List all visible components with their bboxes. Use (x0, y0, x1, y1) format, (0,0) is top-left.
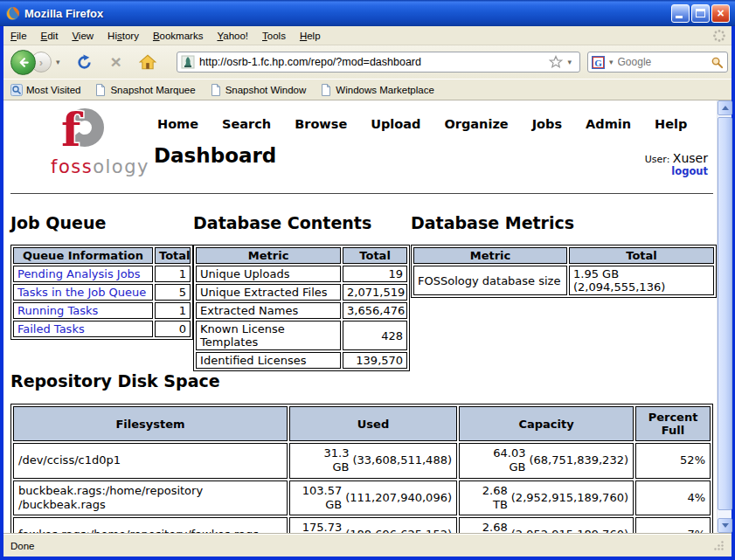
disk-space-table: Filesystem Used Capacity Percent Full /d… (10, 404, 713, 533)
search-engine-icon[interactable]: G (592, 56, 605, 69)
nav-search[interactable]: Search (222, 117, 271, 131)
menu-edit[interactable]: Edit (34, 28, 66, 44)
bookmark-windows-marketplace[interactable]: Windows Marketplace (313, 82, 440, 98)
column-header: Total (569, 247, 714, 264)
menu-view[interactable]: View (65, 28, 101, 44)
disk-space-heading: Repository Disk Space (10, 371, 717, 391)
nav-upload[interactable]: Upload (371, 117, 420, 131)
page-title: Dashboard (154, 144, 276, 167)
window-title: Mozilla Firefox (24, 7, 671, 20)
back-button[interactable] (10, 50, 36, 75)
page-icon (94, 84, 107, 96)
status-bar: Done (3, 534, 732, 557)
nav-organize[interactable]: Organize (444, 117, 508, 131)
tasks-in-job-queue-link[interactable]: Tasks in the Job Queue (13, 284, 153, 301)
scroll-up-button[interactable] (718, 100, 732, 115)
firefox-logo-icon (5, 6, 20, 21)
table-row: Identified Licenses139,570 (196, 352, 407, 369)
database-contents-heading: Database Contents (193, 213, 411, 232)
reload-button[interactable] (73, 51, 96, 73)
table-row: Running Tasks1 (13, 302, 191, 319)
scroll-down-button[interactable] (718, 518, 732, 533)
table-row: Unique Uploads19 (196, 266, 407, 282)
nav-home[interactable]: Home (157, 117, 198, 131)
table-row: Unique Extracted Files2,071,519 (196, 284, 407, 301)
bookmark-snapshot-window[interactable]: Snapshot Window (203, 82, 314, 98)
site-favicon (181, 55, 195, 69)
table-row: buckbeak.rags:/home/repository/buckbeak.… (13, 480, 711, 516)
menu-file[interactable]: File (3, 28, 34, 44)
search-bar: G ▾ (587, 52, 728, 73)
running-tasks-link[interactable]: Running Tasks (13, 302, 153, 319)
capacity-cell: 2.68 TB(2,952,915,189,760) (459, 517, 634, 533)
logout-link[interactable]: logout (645, 165, 708, 177)
throbber-icon (712, 29, 726, 43)
url-dropdown[interactable]: ▾ (563, 58, 576, 66)
percent-cell: 52% (635, 443, 711, 479)
status-text: Done (10, 541, 35, 551)
close-button[interactable]: × (711, 4, 730, 23)
column-header: Total (343, 247, 407, 264)
scrollbar-thumb[interactable] (718, 117, 732, 510)
job-queue-table: Queue InformationTotal Pending Analysis … (10, 245, 193, 340)
search-engine-dropdown[interactable]: ▾ (605, 58, 618, 66)
bookmark-star-icon[interactable] (549, 55, 563, 69)
table-row: FOSSology database size1.95 GB (2,094,55… (413, 266, 714, 295)
menu-bookmarks[interactable]: Bookmarks (146, 28, 211, 44)
navigation-toolbar: › ▾ × ▾ G ▾ (3, 45, 732, 79)
bookmarks-toolbar: Most Visited Snapshot Marquee Snapshot W… (3, 79, 732, 100)
table-row: Failed Tasks0 (13, 321, 191, 337)
table-row: Known License Templates428 (196, 321, 407, 350)
vertical-scrollbar[interactable] (717, 100, 732, 533)
table-row: Tasks in the Job Queue5 (13, 284, 191, 301)
svg-text:f: f (61, 107, 84, 156)
column-header: Metric (413, 247, 567, 264)
column-header: Filesystem (13, 406, 288, 441)
filesystem-cell: buckbeak.rags:/home/repository/buckbeak.… (13, 480, 288, 516)
bookmark-most-visited[interactable]: Most Visited (3, 82, 87, 98)
site-header: f fossology Home Search Browse Upload Or… (10, 107, 717, 190)
menu-history[interactable]: History (101, 28, 146, 44)
maximize-button[interactable] (691, 4, 710, 23)
page-icon (320, 84, 332, 96)
used-cell: 175.73 GB(188,696,625,152) (289, 517, 457, 533)
menu-bar: File Edit View History Bookmarks Yahoo! … (3, 26, 732, 45)
fossology-logo-text: fossology (51, 156, 149, 177)
home-button[interactable] (136, 51, 159, 73)
capacity-cell: 64.03 GB(68,751,839,232) (459, 443, 634, 479)
nav-jobs[interactable]: Jobs (532, 117, 562, 131)
resize-grip[interactable] (713, 540, 725, 551)
column-header: Capacity (459, 406, 634, 441)
page-content: f fossology Home Search Browse Upload Or… (3, 100, 717, 533)
failed-tasks-link[interactable]: Failed Tasks (13, 321, 153, 337)
used-cell: 31.3 GB(33,608,511,488) (289, 443, 457, 479)
table-row: Pending Analysis Jobs1 (13, 266, 191, 282)
fossology-logo-icon: f (51, 107, 107, 156)
menu-help[interactable]: Help (293, 28, 328, 44)
site-nav: Home Search Browse Upload Organize Jobs … (157, 117, 687, 131)
search-magnifier-icon[interactable] (711, 56, 724, 69)
nav-help[interactable]: Help (655, 117, 687, 131)
back-forward-dropdown[interactable]: ▾ (52, 58, 65, 66)
table-row: /dev/cciss/c1d0p1 31.3 GB(33,608,511,488… (13, 443, 711, 479)
database-contents-table: MetricTotal Unique Uploads19 Unique Extr… (193, 245, 410, 371)
nav-admin[interactable]: Admin (586, 117, 631, 131)
page-icon (210, 84, 222, 96)
database-metrics-table: MetricTotal FOSSology database size1.95 … (411, 245, 717, 298)
job-queue-heading: Job Queue (10, 213, 193, 232)
user-info: User: Xuser (645, 151, 708, 165)
search-input[interactable] (618, 56, 711, 68)
capacity-cell: 2.68 TB(2,952,915,189,760) (459, 480, 634, 516)
nav-browse[interactable]: Browse (295, 117, 347, 131)
filesystem-cell: fawkes.rags:/home/repository/fawkes.rags (13, 517, 288, 533)
percent-cell: 7% (635, 517, 711, 533)
menu-tools[interactable]: Tools (255, 28, 293, 44)
menu-yahoo[interactable]: Yahoo! (210, 28, 255, 44)
url-input[interactable] (199, 56, 549, 68)
pending-analysis-jobs-link[interactable]: Pending Analysis Jobs (13, 266, 153, 282)
stop-button[interactable]: × (105, 51, 128, 73)
minimize-button[interactable] (671, 4, 690, 23)
header-divider (10, 193, 713, 194)
bookmark-snapshot-marquee[interactable]: Snapshot Marquee (87, 82, 202, 98)
database-metrics-heading: Database Metrics (411, 213, 717, 232)
